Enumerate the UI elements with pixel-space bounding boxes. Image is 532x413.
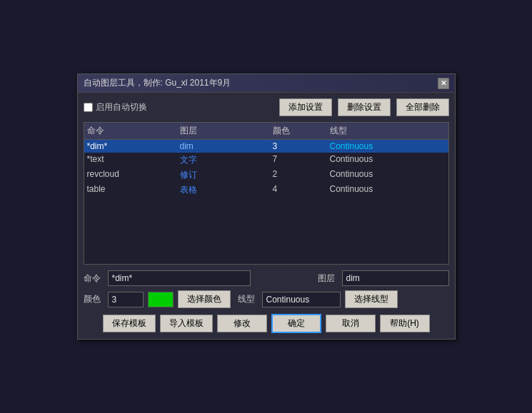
command-row: 命令 图层 [84,270,449,286]
table-row[interactable]: *text 文字 7 Continuous [84,153,448,168]
table-body: *dim* dim 3 Continuous *text 文字 7 Contin… [84,140,448,265]
layer-table: 命令 图层 颜色 线型 *dim* dim 3 Continuous *text… [84,122,449,265]
cell-command: table [87,184,180,196]
close-button[interactable]: ✕ [438,78,449,89]
confirm-button[interactable]: 确定 [271,314,321,333]
choose-linetype-button[interactable]: 选择线型 [345,290,398,308]
dialog-title: 自动图层工具，制作: Gu_xl 2011年9月 [84,77,231,89]
col-command: 命令 [87,125,180,137]
cell-color: 3 [273,141,330,151]
help-button[interactable]: 帮助(H) [380,315,430,332]
form-section: 命令 图层 颜色 选择颜色 线型 选择线型 [84,270,449,308]
modify-button[interactable]: 修改 [217,315,267,332]
choose-color-button[interactable]: 选择颜色 [178,290,231,308]
cell-color: 4 [273,184,330,196]
delete-all-button[interactable]: 全部删除 [396,98,449,116]
add-setting-button[interactable]: 添加设置 [279,98,332,116]
command-label: 命令 [84,272,104,285]
import-template-button[interactable]: 导入模板 [160,315,213,332]
cell-layer: 文字 [180,154,273,166]
table-row[interactable]: *dim* dim 3 Continuous [84,140,448,153]
dialog-body: 启用自动切换 添加设置 删除设置 全部删除 命令 图层 颜色 线型 *dim* … [78,93,455,339]
cancel-button[interactable]: 取消 [326,315,376,332]
cell-command: *dim* [87,141,180,151]
linetype-label: 线型 [238,293,258,305]
cell-linetype: Continuous [330,169,437,181]
command-input[interactable] [108,270,251,286]
cell-layer: dim [180,141,273,151]
table-row[interactable]: revcloud 修订 2 Continuous [84,168,448,183]
layer-input[interactable] [342,270,449,286]
auto-switch-checkbox[interactable] [84,103,93,112]
table-header: 命令 图层 颜色 线型 [84,123,448,140]
col-linetype: 线型 [330,125,437,137]
top-row: 启用自动切换 添加设置 删除设置 全部删除 [84,98,449,116]
linetype-input[interactable] [262,292,341,307]
auto-switch-label: 启用自动切换 [96,101,147,113]
cell-color: 7 [273,154,330,166]
save-template-button[interactable]: 保存模板 [103,315,156,332]
title-bar: 自动图层工具，制作: Gu_xl 2011年9月 ✕ [78,74,455,93]
color-swatch [148,292,174,307]
color-label: 颜色 [84,293,104,305]
bottom-buttons: 保存模板 导入模板 修改 确定 取消 帮助(H) [84,314,449,333]
layer-label: 图层 [318,272,338,285]
cell-linetype: Continuous [330,141,437,151]
cell-command: revcloud [87,169,180,181]
color-row: 颜色 选择颜色 线型 选择线型 [84,290,449,308]
col-color: 颜色 [273,125,330,137]
delete-setting-button[interactable]: 删除设置 [338,98,391,116]
cell-command: *text [87,154,180,166]
cell-color: 2 [273,169,330,181]
main-dialog: 自动图层工具，制作: Gu_xl 2011年9月 ✕ 启用自动切换 添加设置 删… [77,73,456,340]
cell-layer: 修订 [180,169,273,181]
table-row[interactable]: table 表格 4 Continuous [84,183,448,198]
color-number-input[interactable] [108,292,144,307]
col-layer: 图层 [180,125,273,137]
auto-switch-checkbox-label[interactable]: 启用自动切换 [84,101,147,113]
cell-linetype: Continuous [330,184,437,196]
cell-linetype: Continuous [330,154,437,166]
cell-layer: 表格 [180,184,273,196]
